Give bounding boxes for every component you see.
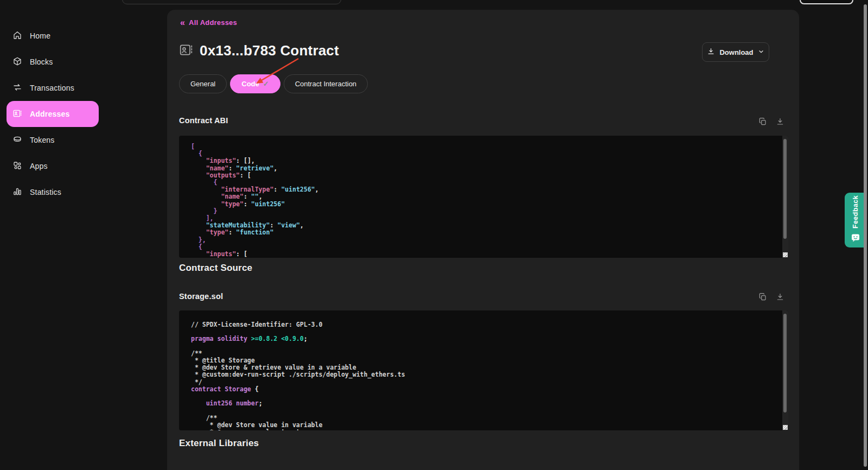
- contract-abi-code-block: [ { "inputs": [], "name": "retrieve", "o…: [179, 136, 788, 258]
- top-right-button[interactable]: [800, 0, 853, 4]
- sidebar: HomeBlocksTransactionsAddressesTokensApp…: [0, 23, 167, 205]
- code-line: }: [191, 208, 782, 215]
- tab-contract-interaction[interactable]: Contract Interaction: [284, 74, 368, 93]
- tokens-icon: [12, 135, 22, 146]
- app-root: HomeBlocksTransactionsAddressesTokensApp…: [0, 0, 868, 470]
- feedback-chat-icon: [851, 233, 860, 245]
- feedback-button[interactable]: Feedback: [845, 193, 866, 247]
- download-icon[interactable]: [776, 117, 784, 126]
- contract-abi-code: [ { "inputs": [], "name": "retrieve", "o…: [179, 136, 782, 258]
- home-icon: [12, 30, 22, 42]
- download-icon: [707, 47, 715, 57]
- title-row: 0x13...b783 Contract: [179, 42, 339, 59]
- code-line: [191, 393, 782, 400]
- contract-card-icon: [179, 43, 193, 59]
- tabs-row: GeneralCode✓Contract Interaction: [179, 74, 368, 93]
- sidebar-item-label: Statistics: [30, 188, 61, 196]
- code-line: "stateMutability": "view",: [191, 222, 782, 229]
- blocks-icon: [12, 56, 22, 68]
- sidebar-item-tokens[interactable]: Tokens: [7, 127, 99, 153]
- sidebar-item-statistics[interactable]: Statistics: [7, 179, 99, 205]
- download-icon[interactable]: [776, 293, 784, 301]
- code-line: [191, 407, 782, 414]
- checkmark-icon: ✓: [263, 80, 269, 88]
- code-line: // SPDX-License-Identifier: GPL-3.0: [191, 321, 782, 328]
- sidebar-item-blocks[interactable]: Blocks: [7, 49, 99, 75]
- download-button[interactable]: Download: [702, 42, 769, 62]
- code-scrollbar-track: [782, 310, 788, 430]
- sidebar-item-label: Home: [30, 31, 50, 40]
- tab-label: General: [190, 80, 215, 88]
- code-line: "type": "uint256": [191, 201, 782, 208]
- copy-icon[interactable]: [758, 293, 767, 301]
- tab-label: Contract Interaction: [295, 80, 356, 88]
- sidebar-item-apps[interactable]: Apps: [7, 153, 99, 179]
- statistics-icon: [12, 187, 22, 198]
- source-code-block: // SPDX-License-Identifier: GPL-3.0 prag…: [179, 310, 788, 430]
- code-line: "internalType": "uint256",: [191, 186, 782, 193]
- tab-code[interactable]: Code✓: [230, 74, 280, 93]
- breadcrumb[interactable]: « All Addresses: [180, 18, 237, 27]
- page-scrollbar[interactable]: [864, 4, 867, 467]
- breadcrumb-label: All Addresses: [189, 18, 237, 27]
- page-title: 0x13...b783 Contract: [200, 42, 339, 59]
- code-scrollbar-thumb[interactable]: [783, 139, 787, 239]
- source-code: // SPDX-License-Identifier: GPL-3.0 prag…: [179, 310, 782, 430]
- transactions-icon: [12, 82, 22, 94]
- feedback-label: Feedback: [852, 195, 859, 228]
- contract-source-title: Contract Source: [179, 263, 252, 274]
- code-line: [191, 343, 782, 350]
- search-input[interactable]: [122, 0, 341, 4]
- code-line: },: [191, 237, 782, 244]
- code-scrollbar-track: [782, 136, 788, 258]
- code-line: /**: [191, 350, 782, 357]
- sidebar-item-label: Addresses: [30, 110, 69, 118]
- code-line: "name": "retrieve",: [191, 165, 782, 172]
- double-chevron-left-icon: «: [180, 19, 185, 26]
- code-line: * @param num value to store: [191, 429, 782, 430]
- code-line: [: [191, 143, 782, 150]
- sidebar-item-label: Transactions: [30, 84, 74, 92]
- source-file-title: Storage.sol: [179, 292, 223, 301]
- code-line: * @custom:dev-run-script ./scripts/deplo…: [191, 371, 782, 378]
- tab-general[interactable]: General: [179, 74, 227, 93]
- code-line: pragma solidity >=0.8.2 <0.9.0;: [191, 335, 782, 342]
- code-line: "inputs": [: [191, 251, 782, 258]
- code-line: contract Storage {: [191, 386, 782, 393]
- code-line: "inputs": [],: [191, 157, 782, 164]
- tab-label: Code: [241, 80, 259, 88]
- download-button-label: Download: [719, 48, 753, 56]
- contract-abi-title: Contract ABI: [179, 116, 228, 125]
- chevron-down-icon: [758, 48, 764, 56]
- sidebar-item-transactions[interactable]: Transactions: [7, 75, 99, 101]
- sidebar-item-addresses[interactable]: Addresses: [7, 101, 99, 127]
- code-scrollbar-thumb[interactable]: [783, 314, 787, 412]
- main-panel: « All Addresses 0x13...b783 Contract Dow…: [167, 10, 799, 470]
- code-line: "type": "function": [191, 229, 782, 236]
- resize-grip[interactable]: [783, 252, 788, 257]
- code-line: */: [191, 379, 782, 386]
- sidebar-item-home[interactable]: Home: [7, 23, 99, 49]
- resize-grip[interactable]: [783, 425, 788, 430]
- sidebar-item-label: Tokens: [30, 136, 55, 144]
- code-line: {: [191, 244, 782, 251]
- copy-icon[interactable]: [758, 117, 767, 126]
- sidebar-item-label: Apps: [30, 162, 48, 170]
- code-line: uint256 number;: [191, 400, 782, 407]
- code-line: "outputs": [: [191, 172, 782, 179]
- code-line: {: [191, 150, 782, 157]
- apps-icon: [12, 161, 22, 172]
- external-libraries-title: External Libraries: [179, 438, 259, 449]
- addresses-icon: [12, 109, 22, 120]
- sidebar-item-label: Blocks: [30, 58, 53, 66]
